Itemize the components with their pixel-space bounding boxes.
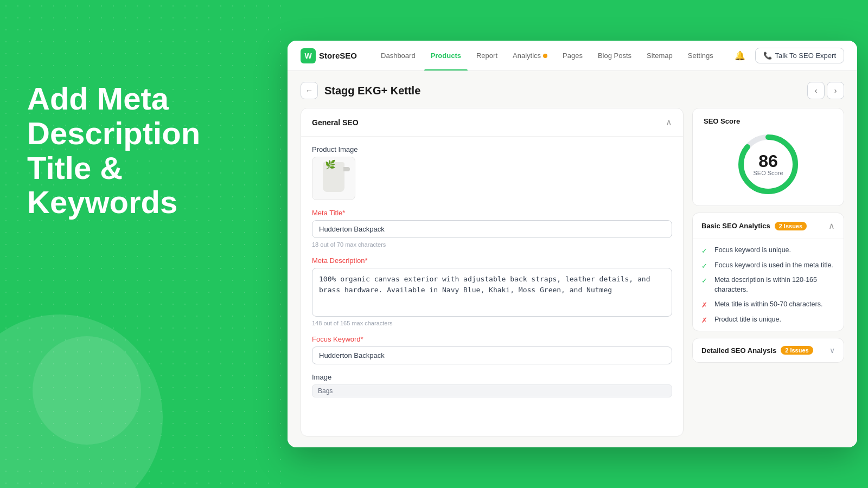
meta-title-label: Meta Title*: [312, 209, 672, 217]
logo-text: StoreSEO: [319, 51, 357, 60]
check-icon-2: ✓: [701, 261, 710, 270]
check-text-4: Meta title is within 50-70 characters.: [714, 300, 822, 310]
product-image: 🌿: [317, 159, 350, 197]
kettle-spout: [343, 167, 350, 171]
logo-area: W StoreSEO: [301, 48, 357, 63]
background-panel: Add Meta Description Title & Keywords: [0, 0, 288, 488]
check-item-4: ✗ Meta title is within 50-70 characters.: [701, 300, 835, 310]
image-field: Image Bags: [312, 373, 672, 397]
logo-icon: W: [301, 48, 316, 63]
product-image-box[interactable]: 🌿: [312, 157, 355, 200]
right-panel: SEO Score 86 SEO Score: [692, 108, 844, 436]
basic-seo-body: ✓ Focus keyword is unique. ✓ Focus keywo…: [693, 239, 844, 331]
two-column-layout: General SEO ∧ Product Image 🌿: [301, 108, 844, 436]
detailed-seo-header: Detailed SEO Analysis 2 Issues ∨: [693, 338, 844, 362]
check-icon-3: ✓: [701, 276, 710, 285]
check-icon-1: ✓: [701, 246, 710, 255]
check-text-5: Product title is unique.: [714, 315, 781, 325]
nav-item-pages[interactable]: Pages: [556, 48, 589, 63]
seo-score-card: SEO Score 86 SEO Score: [692, 108, 844, 206]
check-icon-4: ✗: [701, 300, 710, 309]
next-button[interactable]: ›: [827, 82, 844, 99]
basic-seo-card: Basic SEO Analytics 2 Issues ∧ ✓ Focus k…: [692, 213, 844, 331]
collapse-button[interactable]: ∧: [666, 117, 672, 127]
analytics-badge: [543, 54, 547, 58]
app-window: W StoreSEO Dashboard Products Report Ana…: [288, 41, 857, 447]
page-title: Stagg EKG+ Kettle: [324, 85, 420, 97]
content-area: ← Stagg EKG+ Kettle ‹ › General SEO ∧ Pr…: [288, 71, 857, 447]
check-item-2: ✓ Focus keyword is used in the meta titl…: [701, 261, 835, 271]
phone-icon: 📞: [763, 52, 772, 60]
score-circle-container: 86 SEO Score: [704, 132, 833, 197]
meta-description-input[interactable]: 100% organic canvas exterior with adjust…: [312, 268, 672, 317]
back-button[interactable]: ←: [301, 82, 318, 99]
prev-button[interactable]: ‹: [807, 82, 825, 99]
check-item-1: ✓ Focus keyword is unique.: [701, 246, 835, 255]
meta-title-input[interactable]: [312, 220, 672, 238]
nav-right: 🔔 📞 Talk To SEO Expert: [731, 47, 844, 65]
page-title-area: ← Stagg EKG+ Kettle: [301, 82, 420, 99]
meta-description-char-count: 148 out of 165 max characters: [312, 320, 672, 326]
check-item-5: ✗ Product title is unique.: [701, 315, 835, 325]
nav-bar: W StoreSEO Dashboard Products Report Ana…: [288, 41, 857, 71]
general-seo-panel: General SEO ∧ Product Image 🌿: [301, 108, 684, 436]
nav-item-products[interactable]: Products: [424, 48, 468, 63]
nav-item-settings[interactable]: Settings: [681, 48, 720, 63]
image-tag: Bags: [312, 384, 672, 397]
score-sublabel: SEO Score: [753, 170, 783, 176]
nav-item-dashboard[interactable]: Dashboard: [374, 48, 422, 63]
meta-description-label: Meta Description*: [312, 256, 672, 265]
nav-arrows: ‹ ›: [807, 82, 844, 99]
focus-keyword-label: Focus Keyword*: [312, 335, 672, 343]
check-text-3: Meta description is within 120-165 chara…: [714, 275, 835, 294]
focus-keyword-field: Focus Keyword*: [312, 335, 672, 364]
detailed-seo-title: Detailed SEO Analysis: [701, 346, 776, 355]
score-text: 86 SEO Score: [753, 152, 783, 176]
score-number: 86: [753, 152, 783, 170]
nav-item-report[interactable]: Report: [470, 48, 504, 63]
nav-item-analytics[interactable]: Analytics: [506, 48, 554, 63]
seo-score-title: SEO Score: [704, 117, 833, 125]
product-image-field: Product Image 🌿: [312, 145, 672, 200]
meta-title-field: Meta Title* 18 out of 70 max characters: [312, 209, 672, 248]
image-label: Image: [312, 373, 672, 381]
detailed-seo-expand-btn[interactable]: ∨: [829, 346, 835, 355]
detailed-seo-title-area: Detailed SEO Analysis 2 Issues: [701, 346, 813, 355]
meta-description-field: Meta Description* 100% organic canvas ex…: [312, 256, 672, 326]
general-seo-body: Product Image 🌿 Meta Title*: [301, 137, 683, 406]
check-item-3: ✓ Meta description is within 120-165 cha…: [701, 275, 835, 294]
nav-item-blog-posts[interactable]: Blog Posts: [591, 48, 638, 63]
nav-item-sitemap[interactable]: Sitemap: [640, 48, 679, 63]
hero-text: Add Meta Description Title & Keywords: [27, 81, 244, 220]
plant-decoration: 🌿: [325, 159, 336, 170]
check-text-1: Focus keyword is unique.: [714, 246, 791, 255]
general-seo-title: General SEO: [312, 118, 359, 127]
check-text-2: Focus keyword is used in the meta title.: [714, 261, 833, 271]
basic-seo-title: Basic SEO Analytics: [701, 222, 770, 230]
basic-seo-collapse-btn[interactable]: ∧: [828, 221, 835, 231]
detailed-seo-issues-badge: 2 Issues: [781, 346, 813, 355]
basic-seo-title-area: Basic SEO Analytics 2 Issues: [701, 222, 807, 230]
talk-to-expert-button[interactable]: 📞 Talk To SEO Expert: [755, 48, 844, 63]
blob-2: [33, 336, 141, 445]
nav-items: Dashboard Products Report Analytics Page…: [374, 48, 731, 63]
basic-seo-issues-badge: 2 Issues: [775, 222, 807, 230]
general-seo-header: General SEO ∧: [301, 108, 683, 137]
focus-keyword-input[interactable]: [312, 346, 672, 364]
meta-title-char-count: 18 out of 70 max characters: [312, 241, 672, 248]
page-header: ← Stagg EKG+ Kettle ‹ ›: [301, 82, 844, 99]
notification-bell[interactable]: 🔔: [731, 47, 749, 65]
basic-seo-header: Basic SEO Analytics 2 Issues ∧: [693, 213, 844, 239]
product-image-label: Product Image: [312, 145, 672, 153]
score-circle: 86 SEO Score: [736, 132, 801, 197]
hero-title: Add Meta Description Title & Keywords: [27, 81, 244, 220]
check-icon-5: ✗: [701, 316, 710, 324]
detailed-seo-card: Detailed SEO Analysis 2 Issues ∨: [692, 338, 844, 363]
